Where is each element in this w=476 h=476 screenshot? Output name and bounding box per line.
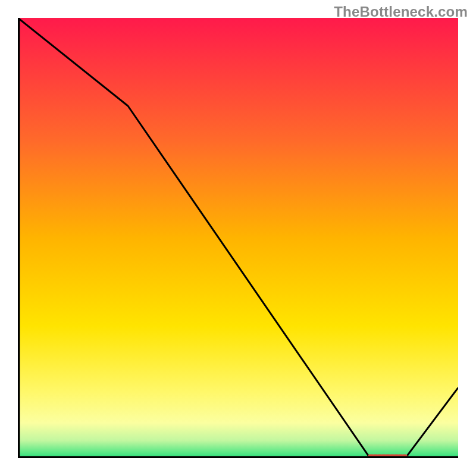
chart-container: TheBottleneck.com [0, 0, 476, 476]
plot-area [18, 18, 458, 458]
gradient-background [18, 18, 458, 458]
chart-svg [18, 18, 458, 458]
